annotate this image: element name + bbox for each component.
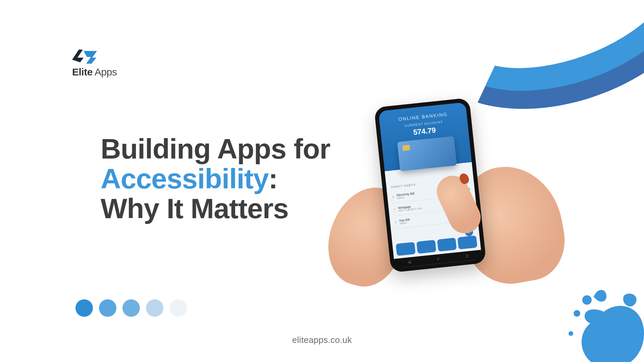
phone-tab <box>416 240 436 254</box>
indicator-dot <box>75 299 93 317</box>
nav-back-icon: ◁ <box>407 259 411 264</box>
headline-colon: : <box>269 163 278 194</box>
brand-logo-mark <box>72 50 97 64</box>
phone-device: ONLINE BANKING CURRENT ACCOUNT 574.79 DI… <box>374 98 486 273</box>
brand-name-light: Apps <box>93 66 117 77</box>
svg-marker-0 <box>72 50 84 62</box>
indicator-dot <box>122 299 140 317</box>
svg-point-3 <box>582 295 592 305</box>
headline-line3: Why It Matters <box>101 193 288 224</box>
svg-point-4 <box>569 331 573 336</box>
phone-tab <box>458 236 477 250</box>
svg-marker-1 <box>84 51 97 64</box>
indicator-dot <box>169 299 187 317</box>
footer-url: eliteapps.co.uk <box>292 335 352 345</box>
nav-home-icon: ○ <box>437 256 440 261</box>
arrow-up-icon: ↑ <box>393 207 395 212</box>
indicator-dot <box>146 299 163 317</box>
corner-splat <box>547 265 644 362</box>
headline-line1: Building Apps for <box>101 133 330 165</box>
slide: Elite Apps Building Apps for Accessibili… <box>0 0 644 362</box>
nav-recent-icon: □ <box>466 253 469 258</box>
corner-swoosh <box>416 0 644 101</box>
brand-logo-text: Elite Apps <box>72 66 117 78</box>
arrow-up-icon: ↑ <box>392 194 394 199</box>
indicator-dot <box>99 299 116 317</box>
brand-logo: Elite Apps <box>72 50 117 78</box>
page-indicator <box>75 299 187 317</box>
brand-name-bold: Elite <box>72 66 93 77</box>
phone-tab <box>396 242 416 256</box>
svg-point-2 <box>574 310 580 317</box>
headline-accent: Accessibility <box>101 163 269 194</box>
phone-tab <box>437 238 457 252</box>
hero-image: ONLINE BANKING CURRENT ACCOUNT 574.79 DI… <box>337 102 552 268</box>
phone-card-graphic <box>397 136 457 171</box>
headline: Building Apps for Accessibility: Why It … <box>101 134 330 224</box>
arrow-up-icon: ↑ <box>394 220 397 225</box>
phone-screen-header: ONLINE BANKING CURRENT ACCOUNT 574.79 <box>378 102 472 176</box>
